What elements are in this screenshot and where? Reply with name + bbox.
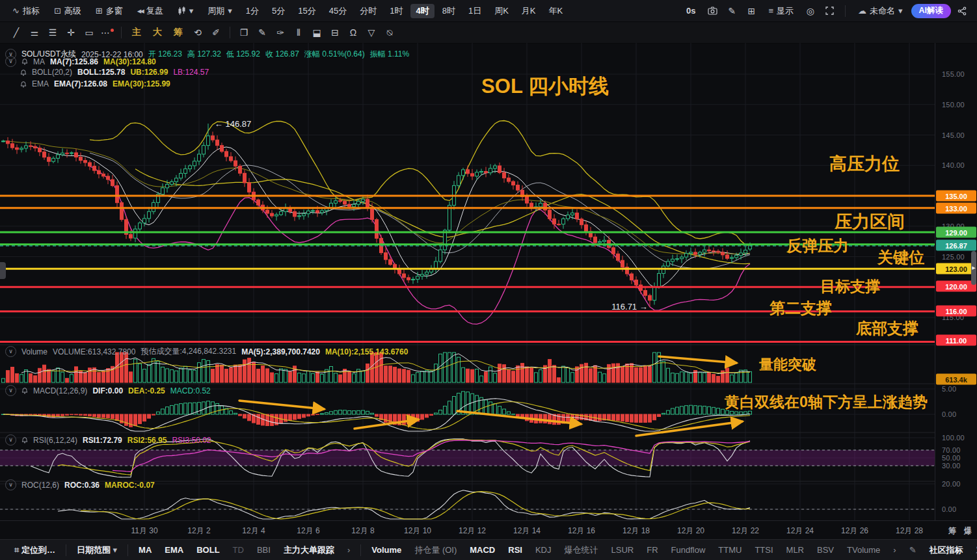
timeframe-年K[interactable]: 年K (544, 4, 569, 18)
subchart-toggle-MLR[interactable]: MLR (780, 545, 810, 555)
price-badge-613.4k: 613.4k (936, 374, 976, 385)
timeframe-分时[interactable]: 分时 (355, 4, 382, 18)
toolbar-collapse-handle[interactable] (0, 262, 6, 279)
collapse-chevron-icon[interactable]: ∨ (5, 346, 16, 357)
rectangle-tool-button[interactable]: ▭ (81, 25, 98, 40)
gold-tab-2[interactable]: 筹 (168, 25, 188, 40)
timeframe-月K[interactable]: 月K (516, 4, 541, 18)
alert-bell-icon[interactable] (21, 436, 28, 444)
goto-date-button[interactable]: ⌗ 定位到… (8, 544, 62, 556)
replay-time: 0s (680, 3, 701, 19)
brush-button[interactable]: ✐ (207, 25, 224, 40)
overlay-toggle-MA[interactable]: MA (132, 545, 158, 555)
subchart-toggle-Volume[interactable]: Volume (365, 545, 408, 555)
bookmark-button[interactable]: ❐ (235, 25, 252, 40)
subchart-toggle-TVolume[interactable]: TVolume (840, 545, 887, 555)
edit-indicators-button[interactable]: ✎ (903, 545, 923, 555)
subchart-toggle-爆仓统计[interactable]: 爆仓统计 (558, 544, 605, 556)
subchart-toggle-持仓量 (OI)[interactable]: 持仓量 (OI) (408, 544, 463, 556)
indicator-label: 指标 (23, 5, 40, 17)
subchart-toggle-Fundflow[interactable]: Fundflow (665, 545, 712, 555)
timeframe-15分[interactable]: 15分 (293, 4, 321, 18)
log-scale-toggle[interactable]: 对数 (970, 544, 977, 556)
timeframe-45分[interactable]: 45分 (324, 4, 352, 18)
alert-bell-icon[interactable] (21, 387, 28, 394)
timeframe-5分[interactable]: 5分 (267, 4, 290, 18)
rectangle-tool-icon: ▭ (85, 27, 93, 38)
timeframe-1分[interactable]: 1分 (241, 4, 264, 18)
alert-bell-icon[interactable] (21, 58, 28, 65)
overlay-toggle-BBI[interactable]: BBI (250, 545, 277, 555)
pattern-button[interactable]: ⫴ (290, 25, 307, 40)
layout-menu[interactable]: ☁未命名▾ (852, 3, 909, 19)
subchart-toggle-›[interactable]: › (887, 545, 902, 555)
parallel-lines-tool-button[interactable]: ☰ (44, 25, 61, 40)
chart-style-dropdown[interactable]: ▾ (172, 3, 200, 19)
timeframe-4时[interactable]: 4时 (410, 4, 434, 18)
gold-tab-1[interactable]: 大 (148, 25, 167, 40)
subchart-toggle-BSV[interactable]: BSV (810, 545, 840, 555)
gold-tab-0[interactable]: 主 (127, 25, 146, 40)
pencil-icon: ✎ (729, 6, 736, 16)
timeframe-1时[interactable]: 1时 (384, 4, 408, 18)
community-indicators-button[interactable]: 社区指标 (923, 544, 970, 556)
overlay-toggle-主力大单跟踪[interactable]: 主力大单跟踪 (277, 544, 341, 556)
collapse-chevron-icon[interactable]: ∨ (5, 434, 16, 446)
menu-multiwindow[interactable]: ⊞多窗 (90, 3, 129, 19)
subchart-toggle-TTSI[interactable]: TTSI (748, 545, 779, 555)
line-tool-button[interactable]: ╱ (8, 25, 25, 40)
subchart-toggle-RSI[interactable]: RSI (502, 545, 529, 555)
chart-area[interactable]: ∨SOL/USDT永续2025-12-22 16:00开 126.23高 127… (0, 43, 977, 540)
period-dropdown[interactable]: 周期▾ (202, 3, 238, 19)
axis-corner-label-1[interactable]: 爆 (964, 526, 972, 537)
gold-annotation-3: 关键位 (877, 247, 924, 268)
lock-button[interactable]: ⬓ (308, 25, 325, 40)
pencil-button[interactable]: ✎ (254, 25, 271, 40)
annotate-button[interactable]: ✎ (723, 3, 740, 19)
collapse-chevron-icon[interactable]: ∨ (5, 479, 16, 490)
axis-scroll-handle[interactable]: ▶ (971, 251, 976, 285)
date-axis[interactable]: 11月 3012月 212月 412月 612月 812月 1012月 1212… (0, 520, 977, 540)
subchart-toggle-TTMU[interactable]: TTMU (712, 545, 748, 555)
display-menu[interactable]: ≡显示 (762, 3, 799, 19)
note-button[interactable]: ⊟ (327, 25, 343, 40)
overlay-toggle-EMA[interactable]: EMA (158, 545, 190, 555)
date-label: 12月 4 (242, 526, 265, 537)
candlestick-plot[interactable] (0, 43, 935, 520)
add-pane-button[interactable]: ⊞ (743, 3, 760, 19)
alert-bell-icon[interactable] (20, 69, 27, 76)
ai-analysis-button[interactable]: AI解读 (911, 4, 952, 18)
edit-k-button[interactable]: ⟲ (189, 25, 206, 40)
camera-button[interactable] (704, 3, 721, 19)
menu-replay[interactable]: ◂◂复盘 (131, 3, 169, 19)
date-range-dropdown[interactable]: 日期范围 ▾ (70, 544, 124, 556)
edit-k-icon: ⟲ (194, 27, 202, 38)
menu-advanced[interactable]: ⊡高级 (48, 3, 87, 19)
filter-button[interactable]: ▽ (363, 25, 380, 40)
signature-button[interactable]: ✑ (272, 25, 289, 40)
menu-indicator[interactable]: ∿指标 (7, 3, 46, 19)
subchart-toggle-MACD[interactable]: MACD (463, 545, 502, 555)
timeframe-周K[interactable]: 周K (489, 4, 514, 18)
fullscreen-button[interactable] (822, 3, 838, 19)
share-button[interactable] (954, 3, 970, 19)
magnet-button[interactable]: Ω (345, 25, 362, 40)
trash-button[interactable]: ⍉ (381, 25, 398, 40)
collapse-chevron-icon[interactable]: ∨ (5, 56, 16, 67)
subchart-toggle-KDJ[interactable]: KDJ (529, 545, 558, 555)
subchart-toggle-FR[interactable]: FR (640, 545, 664, 555)
settings-button[interactable]: ◎ (802, 3, 819, 19)
more-tools-button[interactable]: ⋯ (99, 25, 116, 40)
overlay-toggle-BOLL[interactable]: BOLL (190, 545, 226, 555)
axis-corner-label-0[interactable]: 筹 (948, 526, 956, 537)
timeframe-8时[interactable]: 8时 (437, 4, 461, 18)
filter-icon: ▽ (368, 27, 375, 38)
subchart-toggle-LSUR[interactable]: LSUR (605, 545, 641, 555)
overlay-toggle-›[interactable]: › (341, 545, 356, 555)
collapse-chevron-icon[interactable]: ∨ (5, 385, 16, 396)
timeframe-1日[interactable]: 1日 (463, 4, 487, 18)
cross-tool-button[interactable]: ✛ (62, 25, 79, 40)
horizontal-line-tool-button[interactable]: ⚌ (26, 25, 43, 40)
overlay-toggle-TD[interactable]: TD (226, 545, 250, 555)
alert-bell-icon[interactable] (20, 81, 27, 88)
